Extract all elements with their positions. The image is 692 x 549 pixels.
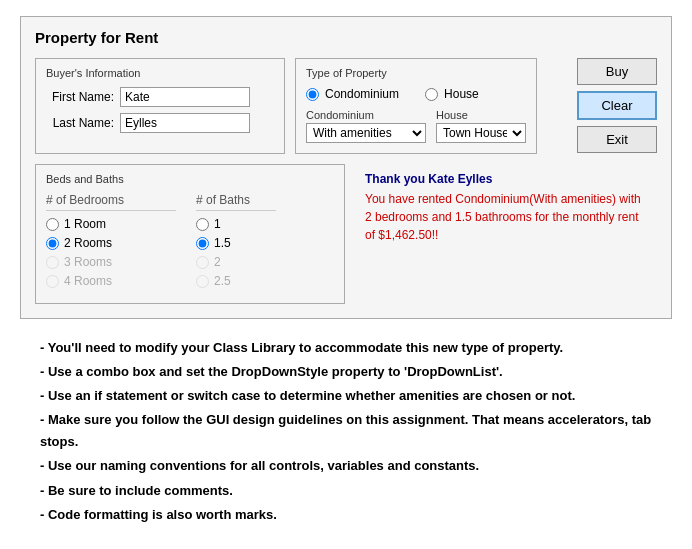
- bath-1-5-radio[interactable]: [196, 237, 209, 250]
- instruction-3: - Use an if statement or switch case to …: [40, 385, 652, 407]
- instruction-3-text: - Use an if statement or switch case to …: [40, 388, 575, 403]
- instruction-7: - Code formatting is also worth marks.: [40, 504, 652, 526]
- bedroom-3-radio: [46, 256, 59, 269]
- instruction-4-text: - Make sure you follow the GUI design gu…: [40, 412, 651, 449]
- first-name-label: First Name:: [46, 90, 114, 104]
- condo-dropdown[interactable]: With amenities Without amenities: [306, 123, 426, 143]
- type-of-property-section: Type of Property Condominium House Condo…: [295, 58, 537, 154]
- house-radio-label: House: [444, 87, 479, 101]
- bath-2-radio: [196, 256, 209, 269]
- condo-dropdown-label: Condominium: [306, 109, 426, 121]
- condo-dropdown-group: Condominium With amenities Without ameni…: [306, 109, 426, 143]
- instruction-1-text: - You'll need to modify your Class Libra…: [40, 340, 563, 355]
- last-name-label: Last Name:: [46, 116, 114, 130]
- bedroom-3-label: 3 Rooms: [64, 255, 112, 269]
- condo-radio[interactable]: [306, 88, 319, 101]
- instruction-2-text: - Use a combo box and set the DropDownSt…: [40, 364, 503, 379]
- bath-2-5-label: 2.5: [214, 274, 231, 288]
- bedroom-3-option: 3 Rooms: [46, 255, 176, 269]
- bedroom-1-option: 1 Room: [46, 217, 176, 231]
- instruction-5-text: - Use our naming conventions for all con…: [40, 458, 479, 473]
- buyers-legend: Buyer's Information: [46, 67, 274, 79]
- last-name-row: Last Name:: [46, 113, 274, 133]
- beds-baths-inner: # of Bedrooms 1 Room 2 Rooms 3 Rooms: [46, 193, 334, 293]
- bedroom-4-option: 4 Rooms: [46, 274, 176, 288]
- bath-1-radio[interactable]: [196, 218, 209, 231]
- condo-radio-label: Condominium: [325, 87, 399, 101]
- message-title: Thank you Kate Eylles: [365, 172, 647, 186]
- house-radio[interactable]: [425, 88, 438, 101]
- condo-radio-row: Condominium House: [306, 87, 526, 101]
- message-body: You have rented Condominium(With ameniti…: [365, 190, 647, 244]
- bedroom-4-label: 4 Rooms: [64, 274, 112, 288]
- bedrooms-header: # of Bedrooms: [46, 193, 176, 211]
- bedroom-2-radio[interactable]: [46, 237, 59, 250]
- bedroom-1-radio[interactable]: [46, 218, 59, 231]
- message-box: Thank you Kate Eylles You have rented Co…: [355, 164, 657, 304]
- exit-button[interactable]: Exit: [577, 126, 657, 153]
- instruction-1: - You'll need to modify your Class Libra…: [40, 337, 652, 359]
- instruction-2: - Use a combo box and set the DropDownSt…: [40, 361, 652, 383]
- house-dropdown-group: House Town House Detached: [436, 109, 526, 143]
- bedrooms-col: # of Bedrooms 1 Room 2 Rooms 3 Rooms: [46, 193, 176, 293]
- instruction-5: - Use our naming conventions for all con…: [40, 455, 652, 477]
- bath-2-option: 2: [196, 255, 276, 269]
- bedroom-2-option: 2 Rooms: [46, 236, 176, 250]
- bedroom-4-radio: [46, 275, 59, 288]
- bedroom-1-label: 1 Room: [64, 217, 106, 231]
- form-panel: Property for Rent Buyer's Information Fi…: [20, 16, 672, 319]
- bath-1-option: 1: [196, 217, 276, 231]
- bath-2-label: 2: [214, 255, 221, 269]
- bath-1-5-option: 1.5: [196, 236, 276, 250]
- bath-2-5-option: 2.5: [196, 274, 276, 288]
- baths-col: # of Baths 1 1.5 2: [196, 193, 276, 293]
- type-dropdowns: Condominium With amenities Without ameni…: [306, 109, 526, 143]
- main-container: Property for Rent Buyer's Information Fi…: [0, 0, 692, 549]
- beds-baths-legend: Beds and Baths: [46, 173, 334, 185]
- instructions-section: - You'll need to modify your Class Libra…: [20, 319, 672, 544]
- beds-baths-section: Beds and Baths # of Bedrooms 1 Room 2 Ro…: [35, 164, 345, 304]
- buy-button[interactable]: Buy: [577, 58, 657, 85]
- bedroom-2-label: 2 Rooms: [64, 236, 112, 250]
- bath-2-5-radio: [196, 275, 209, 288]
- bath-1-label: 1: [214, 217, 221, 231]
- panel-title: Property for Rent: [35, 29, 657, 46]
- instruction-7-text: - Code formatting is also worth marks.: [40, 507, 277, 522]
- type-legend: Type of Property: [306, 67, 526, 79]
- top-section: Buyer's Information First Name: Last Nam…: [35, 58, 657, 154]
- house-dropdown[interactable]: Town House Detached: [436, 123, 526, 143]
- buyers-info-section: Buyer's Information First Name: Last Nam…: [35, 58, 285, 154]
- house-dropdown-label: House: [436, 109, 526, 121]
- bottom-section: Beds and Baths # of Bedrooms 1 Room 2 Ro…: [35, 164, 657, 304]
- instruction-4: - Make sure you follow the GUI design gu…: [40, 409, 652, 453]
- bath-1-5-label: 1.5: [214, 236, 231, 250]
- buttons-column: Buy Clear Exit: [567, 58, 657, 154]
- instruction-6: - Be sure to include comments.: [40, 480, 652, 502]
- instruction-6-text: - Be sure to include comments.: [40, 483, 233, 498]
- first-name-row: First Name:: [46, 87, 274, 107]
- baths-header: # of Baths: [196, 193, 276, 211]
- clear-button[interactable]: Clear: [577, 91, 657, 120]
- first-name-input[interactable]: [120, 87, 250, 107]
- last-name-input[interactable]: [120, 113, 250, 133]
